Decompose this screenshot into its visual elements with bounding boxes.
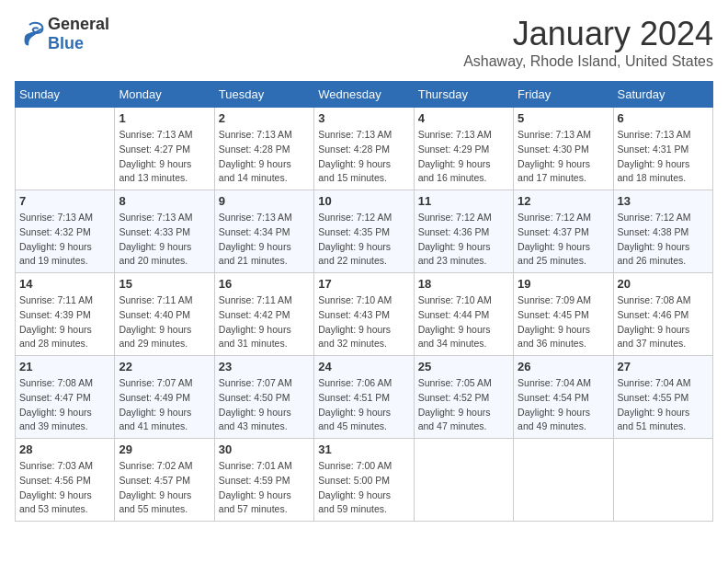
calendar-subtitle: Ashaway, Rhode Island, United States <box>463 53 713 70</box>
day-info: Sunrise: 7:13 AMSunset: 4:32 PMDaylight:… <box>19 211 110 269</box>
day-cell: 23Sunrise: 7:07 AMSunset: 4:50 PMDayligh… <box>214 356 313 439</box>
day-number: 26 <box>518 360 609 373</box>
day-cell: 17Sunrise: 7:10 AMSunset: 4:43 PMDayligh… <box>314 273 414 356</box>
day-info: Sunrise: 7:11 AMSunset: 4:39 PMDaylight:… <box>19 293 110 351</box>
week-row-2: 7Sunrise: 7:13 AMSunset: 4:32 PMDaylight… <box>16 190 713 273</box>
day-number: 7 <box>19 194 110 208</box>
logo-text: General Blue <box>48 15 109 53</box>
day-number: 11 <box>418 194 509 208</box>
day-cell <box>16 108 115 190</box>
day-number: 22 <box>119 360 210 373</box>
page-header: General Blue January 2024 Ashaway, Rhode… <box>15 15 713 70</box>
day-info: Sunrise: 7:13 AMSunset: 4:27 PMDaylight:… <box>119 128 210 186</box>
day-info: Sunrise: 7:10 AMSunset: 4:44 PMDaylight:… <box>418 293 509 351</box>
day-number: 27 <box>618 360 709 373</box>
day-number: 3 <box>318 111 409 125</box>
day-number: 12 <box>518 194 609 208</box>
header-thursday: Thursday <box>414 82 513 108</box>
calendar-title: January 2024 <box>463 15 713 53</box>
header-friday: Friday <box>514 82 613 108</box>
day-cell: 22Sunrise: 7:07 AMSunset: 4:49 PMDayligh… <box>115 356 214 439</box>
day-cell: 13Sunrise: 7:12 AMSunset: 4:38 PMDayligh… <box>613 190 712 273</box>
day-cell: 7Sunrise: 7:13 AMSunset: 4:32 PMDaylight… <box>16 190 115 273</box>
day-cell: 26Sunrise: 7:04 AMSunset: 4:54 PMDayligh… <box>514 356 613 439</box>
day-info: Sunrise: 7:08 AMSunset: 4:46 PMDaylight:… <box>618 293 709 351</box>
day-number: 1 <box>119 111 210 125</box>
day-info: Sunrise: 7:04 AMSunset: 4:54 PMDaylight:… <box>518 376 609 434</box>
week-row-4: 21Sunrise: 7:08 AMSunset: 4:47 PMDayligh… <box>16 356 713 439</box>
day-number: 21 <box>19 360 110 373</box>
day-info: Sunrise: 7:12 AMSunset: 4:35 PMDaylight:… <box>318 211 409 269</box>
day-cell: 8Sunrise: 7:13 AMSunset: 4:33 PMDaylight… <box>115 190 214 273</box>
header-tuesday: Tuesday <box>214 82 313 108</box>
header-wednesday: Wednesday <box>314 82 414 108</box>
day-info: Sunrise: 7:00 AMSunset: 5:00 PMDaylight:… <box>318 459 409 517</box>
calendar-header-row: SundayMondayTuesdayWednesdayThursdayFrid… <box>16 82 713 108</box>
day-cell: 1Sunrise: 7:13 AMSunset: 4:27 PMDaylight… <box>115 108 214 190</box>
header-sunday: Sunday <box>16 82 115 108</box>
day-cell: 12Sunrise: 7:12 AMSunset: 4:37 PMDayligh… <box>514 190 613 273</box>
day-info: Sunrise: 7:03 AMSunset: 4:56 PMDaylight:… <box>19 459 110 517</box>
logo: General Blue <box>15 15 109 53</box>
day-number: 19 <box>518 277 609 291</box>
day-number: 28 <box>19 442 110 456</box>
day-info: Sunrise: 7:13 AMSunset: 4:34 PMDaylight:… <box>219 211 310 269</box>
day-number: 8 <box>119 194 210 208</box>
day-cell: 16Sunrise: 7:11 AMSunset: 4:42 PMDayligh… <box>214 273 313 356</box>
day-number: 10 <box>318 194 409 208</box>
day-cell: 5Sunrise: 7:13 AMSunset: 4:30 PMDaylight… <box>514 108 613 190</box>
day-info: Sunrise: 7:13 AMSunset: 4:31 PMDaylight:… <box>618 128 709 186</box>
day-cell: 3Sunrise: 7:13 AMSunset: 4:28 PMDaylight… <box>314 108 414 190</box>
day-cell: 2Sunrise: 7:13 AMSunset: 4:28 PMDaylight… <box>214 108 313 190</box>
day-info: Sunrise: 7:06 AMSunset: 4:51 PMDaylight:… <box>318 376 409 434</box>
day-info: Sunrise: 7:09 AMSunset: 4:45 PMDaylight:… <box>518 293 609 351</box>
day-number: 13 <box>618 194 709 208</box>
day-info: Sunrise: 7:12 AMSunset: 4:36 PMDaylight:… <box>418 211 509 269</box>
day-cell: 27Sunrise: 7:04 AMSunset: 4:55 PMDayligh… <box>613 356 712 439</box>
title-block: January 2024 Ashaway, Rhode Island, Unit… <box>463 15 713 70</box>
day-info: Sunrise: 7:01 AMSunset: 4:59 PMDaylight:… <box>219 459 310 517</box>
day-info: Sunrise: 7:13 AMSunset: 4:30 PMDaylight:… <box>518 128 609 186</box>
week-row-3: 14Sunrise: 7:11 AMSunset: 4:39 PMDayligh… <box>16 273 713 356</box>
day-number: 31 <box>318 442 409 456</box>
day-cell <box>414 439 513 522</box>
day-info: Sunrise: 7:12 AMSunset: 4:37 PMDaylight:… <box>518 211 609 269</box>
day-number: 2 <box>219 111 310 125</box>
day-number: 16 <box>219 277 310 291</box>
logo-bird-icon <box>15 21 44 47</box>
day-info: Sunrise: 7:12 AMSunset: 4:38 PMDaylight:… <box>618 211 709 269</box>
day-cell: 20Sunrise: 7:08 AMSunset: 4:46 PMDayligh… <box>613 273 712 356</box>
day-cell <box>613 439 712 522</box>
day-number: 23 <box>219 360 310 373</box>
day-info: Sunrise: 7:10 AMSunset: 4:43 PMDaylight:… <box>318 293 409 351</box>
day-info: Sunrise: 7:11 AMSunset: 4:40 PMDaylight:… <box>119 293 210 351</box>
day-number: 9 <box>219 194 310 208</box>
logo-general: General <box>48 15 109 33</box>
day-info: Sunrise: 7:08 AMSunset: 4:47 PMDaylight:… <box>19 376 110 434</box>
day-cell: 30Sunrise: 7:01 AMSunset: 4:59 PMDayligh… <box>214 439 313 522</box>
day-number: 4 <box>418 111 509 125</box>
logo-blue: Blue <box>48 34 84 52</box>
day-number: 15 <box>119 277 210 291</box>
day-cell: 21Sunrise: 7:08 AMSunset: 4:47 PMDayligh… <box>16 356 115 439</box>
day-number: 5 <box>518 111 609 125</box>
day-info: Sunrise: 7:13 AMSunset: 4:28 PMDaylight:… <box>219 128 310 186</box>
day-cell: 6Sunrise: 7:13 AMSunset: 4:31 PMDaylight… <box>613 108 712 190</box>
day-cell: 28Sunrise: 7:03 AMSunset: 4:56 PMDayligh… <box>16 439 115 522</box>
day-cell: 24Sunrise: 7:06 AMSunset: 4:51 PMDayligh… <box>314 356 414 439</box>
day-cell: 11Sunrise: 7:12 AMSunset: 4:36 PMDayligh… <box>414 190 513 273</box>
day-info: Sunrise: 7:13 AMSunset: 4:29 PMDaylight:… <box>418 128 509 186</box>
day-number: 30 <box>219 442 310 456</box>
calendar-table: SundayMondayTuesdayWednesdayThursdayFrid… <box>15 81 713 522</box>
day-cell: 18Sunrise: 7:10 AMSunset: 4:44 PMDayligh… <box>414 273 513 356</box>
day-number: 29 <box>119 442 210 456</box>
day-cell: 14Sunrise: 7:11 AMSunset: 4:39 PMDayligh… <box>16 273 115 356</box>
day-cell: 9Sunrise: 7:13 AMSunset: 4:34 PMDaylight… <box>214 190 313 273</box>
day-number: 20 <box>618 277 709 291</box>
day-info: Sunrise: 7:02 AMSunset: 4:57 PMDaylight:… <box>119 459 210 517</box>
day-info: Sunrise: 7:05 AMSunset: 4:52 PMDaylight:… <box>418 376 509 434</box>
day-info: Sunrise: 7:07 AMSunset: 4:49 PMDaylight:… <box>119 376 210 434</box>
day-cell: 25Sunrise: 7:05 AMSunset: 4:52 PMDayligh… <box>414 356 513 439</box>
day-info: Sunrise: 7:13 AMSunset: 4:33 PMDaylight:… <box>119 211 210 269</box>
day-info: Sunrise: 7:13 AMSunset: 4:28 PMDaylight:… <box>318 128 409 186</box>
